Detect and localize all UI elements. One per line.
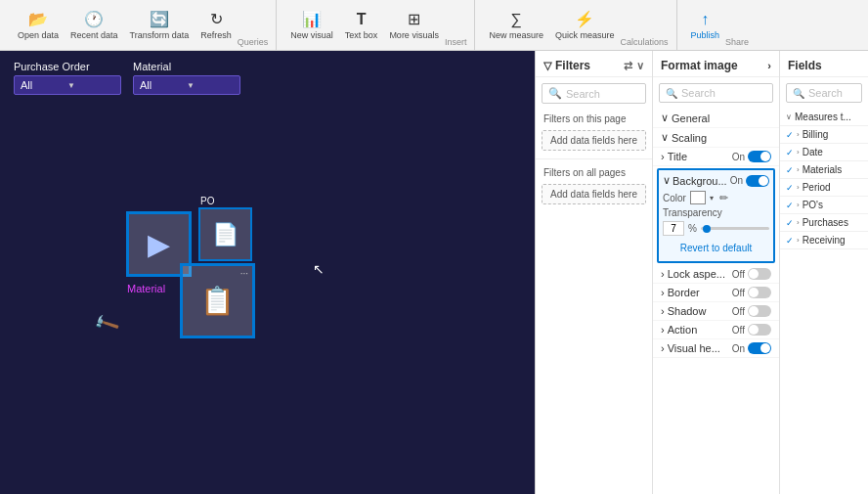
field-group-date-header[interactable]: ✓ › Date	[780, 144, 868, 160]
format-action-toggle-label: Off	[732, 325, 745, 336]
quick-measure-button[interactable]: ⚡ Quick measure	[549, 6, 621, 45]
format-border-toggle[interactable]: Off	[732, 287, 771, 298]
format-action-toggle[interactable]: Off	[732, 324, 771, 336]
visual-tile-2[interactable]: PO 📄	[198, 207, 252, 261]
format-bg-toggle-label: On	[730, 175, 743, 186]
format-border-toggle-switch[interactable]	[748, 287, 771, 298]
revert-to-default-link[interactable]: Revert to default	[663, 239, 769, 257]
format-title-toggle[interactable]: On	[732, 151, 771, 162]
materials-check-icon: ✓	[786, 165, 794, 175]
field-group-materials-header[interactable]: ✓ › Materials	[780, 161, 868, 178]
filters-collapse-icon[interactable]: ∨	[636, 60, 644, 72]
toolbar: 📂 Open data 🕐 Recent data 🔄 Transform da…	[0, 0, 868, 51]
chevron-lock-icon: ›	[661, 268, 665, 280]
insert-group-label: Insert	[445, 37, 467, 50]
period-check-icon: ✓	[786, 183, 794, 193]
more-visuals-button[interactable]: ⊞ More visuals	[383, 6, 445, 45]
format-shadow-toggle[interactable]: Off	[732, 305, 771, 317]
chevron-visual-header-icon: ›	[661, 342, 665, 354]
format-shadow-toggle-switch[interactable]	[748, 305, 771, 317]
format-visual-header-toggle-switch[interactable]	[748, 342, 771, 354]
visual-tile-2-badge: PO	[200, 196, 214, 206]
visual-tile-2-icon: 📄	[212, 222, 239, 247]
field-group-measures-header[interactable]: ∨ Measures t...	[780, 109, 868, 125]
field-group-pos: ✓ › PO's	[780, 197, 868, 214]
new-visual-button[interactable]: 📊 New visual	[284, 6, 339, 45]
material-dropdown[interactable]: All ▼	[133, 75, 240, 95]
open-data-button[interactable]: 📂 Open data	[12, 6, 65, 45]
transparency-row: Transparency	[663, 207, 769, 218]
new-measure-icon: ∑	[506, 10, 526, 29]
format-section-scaling[interactable]: ∨ Scaling	[653, 128, 779, 148]
filters-this-page-label: Filters on this page	[536, 110, 652, 126]
filters-all-pages-label: Filters on all pages	[536, 163, 652, 180]
format-section-scaling-label: ∨ Scaling	[661, 131, 707, 144]
field-group-materials: ✓ › Materials	[780, 161, 868, 179]
refresh-button[interactable]: ↻ Refresh	[195, 6, 238, 45]
field-group-receiving-header[interactable]: ✓ › Receiving	[780, 232, 868, 248]
field-group-purchases-header[interactable]: ✓ › Purchases	[780, 214, 868, 231]
refresh-icon: ↻	[206, 10, 226, 29]
format-title-toggle-switch[interactable]	[748, 151, 771, 162]
format-section-border[interactable]: › Border Off	[653, 284, 779, 302]
text-box-button[interactable]: T Text box	[339, 6, 384, 45]
recent-data-button[interactable]: 🕐 Recent data	[65, 6, 124, 45]
format-section-shadow[interactable]: › Shadow Off	[653, 302, 779, 321]
transparency-input[interactable]	[663, 221, 684, 236]
field-group-pos-header[interactable]: ✓ › PO's	[780, 197, 868, 213]
purchase-order-dropdown[interactable]: All ▼	[14, 75, 121, 95]
format-panel-nav-icon[interactable]: ›	[767, 60, 771, 71]
filters-header-icons: ⇄ ∨	[624, 60, 644, 72]
field-group-billing-header[interactable]: ✓ › Billing	[780, 126, 868, 143]
visual-tile-3[interactable]: ··· 📋	[181, 264, 254, 337]
receiving-check-icon: ✓	[786, 236, 794, 246]
format-section-title[interactable]: › Title On	[653, 148, 779, 166]
filters-search[interactable]: 🔍 Search	[542, 83, 646, 104]
billing-check-icon: ✓	[786, 130, 794, 140]
transform-data-button[interactable]: 🔄 Transform data	[124, 6, 195, 45]
format-bg-toggle-switch[interactable]	[746, 175, 769, 187]
format-bg-label: ∨ Backgrou...	[663, 174, 727, 187]
format-section-background[interactable]: ∨ Backgrou... On Color ▾ ✏	[657, 168, 775, 263]
fields-search[interactable]: 🔍 Search	[786, 83, 862, 103]
color-dropdown-arrow-icon[interactable]: ▾	[710, 194, 714, 202]
field-group-materials-label: Materials	[803, 164, 843, 175]
chevron-border-icon: ›	[661, 287, 665, 298]
fields-search-placeholder: Search	[808, 87, 843, 99]
filters-add-fields-1[interactable]: Add data fields here	[542, 130, 646, 151]
filters-panel-header: ▽ Filters ⇄ ∨	[536, 51, 652, 77]
more-visuals-icon: ⊞	[405, 10, 424, 29]
format-border-toggle-knob	[749, 288, 759, 297]
format-bg-header: ∨ Backgrou... On	[663, 174, 769, 187]
format-visual-header-toggle[interactable]: On	[732, 342, 771, 354]
pos-check-icon: ✓	[786, 201, 794, 210]
format-action-toggle-switch[interactable]	[748, 324, 771, 336]
cursor-indicator: ↖	[313, 261, 325, 277]
color-picker-icon[interactable]: ✏	[719, 192, 728, 204]
filters-title: Filters	[555, 59, 590, 72]
format-lock-toggle-switch[interactable]	[748, 268, 771, 280]
filters-add-fields-2[interactable]: Add data fields here	[542, 184, 646, 204]
purchase-order-label: Purchase Order	[14, 61, 121, 72]
color-swatch[interactable]	[690, 191, 706, 204]
transparency-slider-track[interactable]	[701, 227, 769, 230]
format-title-toggle-label: On	[732, 152, 745, 162]
format-lock-toggle[interactable]: Off	[732, 268, 771, 280]
chevron-general-icon: ∨	[661, 112, 669, 124]
format-bg-toggle[interactable]: On	[730, 175, 769, 187]
format-search[interactable]: 🔍 Search	[659, 83, 773, 103]
format-search-icon: 🔍	[666, 88, 677, 99]
chevron-purchases-icon: ›	[797, 218, 800, 227]
format-section-lock-aspect[interactable]: › Lock aspe... Off	[653, 265, 779, 284]
canvas-area[interactable]: Purchase Order All ▼ Material All ▼ ▶	[0, 51, 535, 494]
chevron-bg-icon: ∨	[663, 174, 671, 187]
publish-button[interactable]: ↑ Publish	[685, 6, 726, 45]
format-section-general[interactable]: ∨ General	[653, 109, 779, 128]
new-measure-button[interactable]: ∑ New measure	[483, 6, 549, 45]
field-group-period-header[interactable]: ✓ › Period	[780, 179, 868, 196]
filters-expand-icon[interactable]: ⇄	[624, 60, 632, 72]
chevron-shadow-icon: ›	[661, 305, 665, 317]
format-section-action[interactable]: › Action Off	[653, 321, 779, 339]
format-section-visual-header[interactable]: › Visual he... On	[653, 339, 779, 358]
filters-search-placeholder: Search	[566, 88, 600, 100]
